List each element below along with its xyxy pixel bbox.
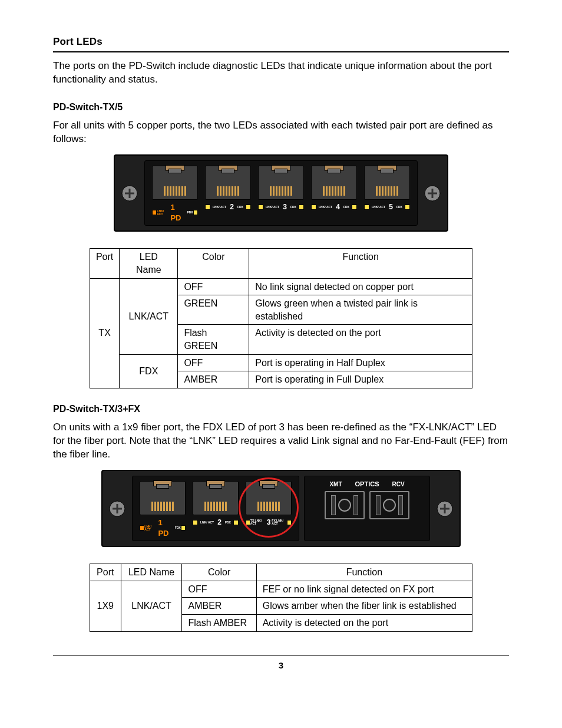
td-color: OFF xyxy=(178,354,249,371)
td-function: Port is operating in Full Duplex xyxy=(249,371,472,388)
port-number: 2 xyxy=(217,518,222,527)
tx5-table: Port LED Name Color Function TX LNK/ACT … xyxy=(90,248,472,388)
led-indicator xyxy=(193,520,198,525)
led-label-left: LNK/ ACT xyxy=(157,210,169,216)
led-indicator xyxy=(311,205,316,210)
tx5-paragraph: For all units with 5 copper ports, the t… xyxy=(53,119,509,146)
rj45-port: LNK/ ACT2FDX xyxy=(191,481,240,538)
th-color: Color xyxy=(182,564,256,581)
td-function: No link signal detected on copper port xyxy=(249,278,472,295)
screw-icon xyxy=(435,476,455,541)
led-indicator xyxy=(246,520,250,525)
led-indicator xyxy=(233,520,239,525)
th-function: Function xyxy=(256,564,472,581)
screw-icon xyxy=(107,476,127,541)
rj45-port: LNK/ ACT3FDX xyxy=(257,166,305,223)
intro-paragraph: The ports on the PD-Switch include diagn… xyxy=(53,60,509,87)
td-function: Activity is detected on the port xyxy=(249,325,472,354)
led-label-left: LNK/ ACT xyxy=(213,206,226,209)
footer-rule xyxy=(53,655,509,656)
optics-rcv-label: RCV xyxy=(392,480,404,489)
tx5-figure: LNK/ ACT1 PDFDXLNK/ ACT2FDXLNK/ ACT3FDXL… xyxy=(53,154,509,232)
tx3fx-heading: PD-Switch-TX/3+FX xyxy=(53,403,509,416)
th-color: Color xyxy=(178,249,249,278)
fiber-jack-rcv xyxy=(369,491,409,519)
led-label-left: LNK/ ACT xyxy=(266,206,279,209)
td-color: Flash GREEN xyxy=(178,325,249,354)
td-color: Flash AMBER xyxy=(182,615,256,632)
optics-center-label: OPTICS xyxy=(355,480,379,489)
td-function: Activity is detected on the port xyxy=(256,615,472,632)
led-label-left: TX LNK/ ACT xyxy=(250,519,266,525)
section-heading: Port LEDs xyxy=(53,35,509,49)
rj45-port: LNK/ ACT1 PDFDX xyxy=(151,166,199,223)
led-indicator xyxy=(287,520,292,525)
port-number: 1 PD xyxy=(170,202,186,223)
td-color: OFF xyxy=(182,581,256,598)
td-color: GREEN xyxy=(178,295,249,325)
led-label-right: FDX xyxy=(225,521,231,524)
led-indicator xyxy=(299,205,304,210)
led-label-right: FDX xyxy=(175,526,181,529)
screw-icon xyxy=(422,160,442,226)
th-led: LED Name xyxy=(120,249,178,278)
th-led: LED Name xyxy=(121,564,182,581)
optics-panel: XMT OPTICS RCV xyxy=(304,476,430,541)
td-color: OFF xyxy=(178,278,249,295)
td-led: LNK/ACT xyxy=(121,581,182,631)
tx3fx-table: Port LED Name Color Function 1X9 LNK/ACT… xyxy=(90,564,472,631)
td-color: AMBER xyxy=(178,371,249,388)
rj45-port: LNK/ ACT5FDX xyxy=(363,166,411,223)
rj45-port: LNK/ ACT1 PDFDX xyxy=(138,481,187,538)
port-number: 1 PD xyxy=(158,518,173,538)
led-indicator xyxy=(205,205,210,210)
tx3fx-paragraph: On units with a 1x9 fiber port, the FDX … xyxy=(53,421,509,462)
port-number: 5 xyxy=(389,202,393,212)
led-indicator xyxy=(352,205,357,210)
td-function: Glows amber when the fiber link is estab… xyxy=(256,598,472,615)
led-label-left: LNK/ ACT xyxy=(200,521,214,524)
led-label-right: FDX xyxy=(396,206,402,209)
led-label-right: FDX xyxy=(187,211,193,214)
th-function: Function xyxy=(249,249,472,278)
led-indicator xyxy=(258,205,263,210)
led-indicator xyxy=(405,205,410,210)
td-function: Glows green when a twisted pair link is … xyxy=(249,295,472,325)
rj45-port: LNK/ ACT2FDX xyxy=(204,166,252,223)
td-function: Port is operating in Half Duplex xyxy=(249,354,472,371)
th-port: Port xyxy=(90,249,119,278)
page-number: 3 xyxy=(53,660,509,671)
th-port: Port xyxy=(90,564,121,581)
led-indicator xyxy=(246,205,251,210)
section-rule xyxy=(53,51,509,52)
led-indicator xyxy=(181,525,186,531)
fiber-jack-xmt xyxy=(325,491,365,519)
led-indicator xyxy=(364,205,369,210)
td-color: AMBER xyxy=(182,598,256,615)
led-indicator xyxy=(152,210,157,215)
led-label-right: FDX xyxy=(237,206,243,209)
rj45-port: TX LNK/ ACT3FX LNK/ ACT xyxy=(244,481,293,538)
td-function: FEF or no link signal detected on FX por… xyxy=(256,581,472,598)
led-indicator xyxy=(193,210,198,215)
port-number: 2 xyxy=(230,202,234,212)
optics-xmt-label: XMT xyxy=(329,480,342,489)
rj45-port: LNK/ ACT4FDX xyxy=(310,166,358,223)
screw-icon xyxy=(120,160,140,226)
td-led: FDX xyxy=(120,354,178,388)
port-number: 4 xyxy=(336,202,340,212)
led-label-right: FDX xyxy=(290,206,296,209)
led-label-left: LNK/ ACT xyxy=(372,206,385,209)
led-label-right: FDX xyxy=(343,206,349,209)
tx3fx-figure: LNK/ ACT1 PDFDXLNK/ ACT2FDXTX LNK/ ACT3F… xyxy=(53,470,509,547)
tx5-heading: PD-Switch-TX/5 xyxy=(53,101,509,114)
td-led: LNK/ACT xyxy=(120,278,178,354)
led-label-left: LNK/ ACT xyxy=(319,206,332,209)
led-label-right: FX LNK/ ACT xyxy=(272,519,287,525)
port-number: 3 xyxy=(267,518,271,527)
port-number: 3 xyxy=(283,202,287,212)
led-label-left: LNK/ ACT xyxy=(144,525,157,531)
td-port: 1X9 xyxy=(90,581,121,631)
td-port: TX xyxy=(90,278,119,388)
led-indicator xyxy=(140,525,144,531)
